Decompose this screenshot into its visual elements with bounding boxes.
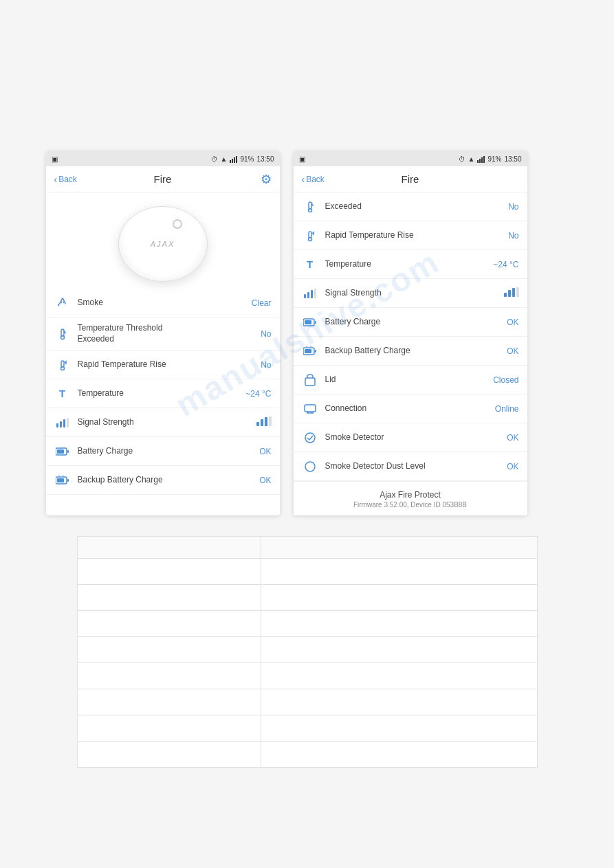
battery-charge-label-r: Battery Charge (318, 317, 492, 328)
nav-bar-left: ‹ Back Fire ⚙ (46, 166, 280, 192)
connection-label: Connection (318, 403, 492, 414)
signal-label-r: Signal Strength (318, 288, 492, 299)
svg-rect-6 (56, 423, 58, 427)
svg-point-5 (61, 366, 64, 370)
table-cell-6-2 (261, 689, 537, 715)
table-row-5 (77, 663, 537, 689)
svg-rect-33 (508, 290, 511, 297)
table-cell-h2 (261, 537, 537, 559)
backup-battery-icon (54, 476, 71, 485)
svg-rect-22 (309, 202, 311, 209)
status-bar-left-icons: ▣ (52, 155, 58, 163)
smoke-label: Smoke (71, 298, 244, 309)
bar4 (236, 156, 237, 163)
table-row-header (77, 537, 537, 559)
exceeded-value: No (492, 202, 519, 212)
dust-level-value: OK (492, 462, 519, 471)
signal-bars-right (477, 155, 485, 163)
table-cell-5-2 (261, 663, 537, 689)
bar4-r (483, 156, 485, 163)
device-brand: AJAX (151, 240, 175, 248)
bar1-r (477, 160, 479, 163)
battery-pct-left: 91% (240, 155, 254, 163)
battery-charge-icon (54, 447, 71, 456)
table-cell-3-2 (261, 611, 537, 637)
table-cell-5-1 (77, 663, 261, 689)
backup-battery-label: Backup Battery Charge (71, 475, 244, 486)
signal-value-r (492, 287, 519, 299)
back-label-left: Back (58, 175, 77, 184)
footer-title: Ajax Fire Protect (294, 490, 527, 500)
status-row-temp-thresh: Temperature ThresholdExceeded No (46, 318, 280, 350)
table-cell-6-1 (77, 689, 261, 715)
lid-value: Closed (492, 375, 519, 385)
svg-rect-38 (305, 320, 311, 324)
svg-point-50 (305, 462, 315, 471)
bar2 (232, 159, 233, 163)
svg-rect-0 (61, 329, 64, 336)
back-label-right: Back (306, 175, 325, 184)
smoke-detector-label: Smoke Detector (318, 432, 492, 443)
rapid-temp-label: Rapid Temperature Rise (71, 359, 244, 370)
status-bar-right: ▣ ⏱ ▲ 91% 13:50 (294, 151, 527, 166)
table-cell-8-2 (261, 742, 537, 768)
sim-icon-right: ▣ (299, 155, 305, 163)
temperature-label-r: Temperature (318, 259, 492, 270)
svg-rect-29 (307, 292, 309, 298)
phones-row: manualshive.com ▣ ⏱ ▲ 91% (39, 151, 575, 515)
svg-point-27 (308, 237, 311, 241)
table-cell-2-1 (77, 585, 261, 611)
wifi-icon-right: ▲ (468, 155, 475, 163)
svg-rect-37 (315, 321, 316, 324)
status-row-backup-battery: Backup Battery Charge OK (46, 466, 280, 495)
rapid-temp-value: No (244, 360, 272, 370)
svg-rect-15 (67, 450, 69, 453)
gear-button[interactable]: ⚙ (261, 172, 272, 187)
back-button-right[interactable]: ‹ Back (302, 174, 325, 185)
status-bar-right-info: ⏱ ▲ 91% 13:50 (211, 155, 274, 163)
signal-bars (230, 155, 237, 163)
exceeded-label: Exceeded (318, 201, 492, 212)
status-row-battery-r: Battery Charge OK (294, 308, 527, 337)
table-row-7 (77, 715, 537, 742)
svg-rect-18 (67, 479, 69, 482)
svg-point-1 (61, 335, 64, 339)
device-image-area: AJAX (46, 192, 280, 289)
backup-battery-value-r: OK (492, 346, 519, 356)
svg-rect-13 (269, 416, 272, 426)
svg-rect-26 (309, 232, 311, 238)
nav-title-left: Fire (154, 173, 172, 185)
table-cell-4-2 (261, 637, 537, 663)
back-button-left[interactable]: ‹ Back (54, 174, 77, 185)
smoke-detector-icon (302, 432, 318, 443)
status-row-rapid-temp-r: Rapid Temperature Rise No (294, 221, 527, 250)
temperature-value: ~24 °C (244, 389, 272, 399)
table-row-2 (77, 585, 537, 611)
rapid-temp-label-r: Rapid Temperature Rise (318, 230, 492, 241)
svg-point-49 (305, 433, 315, 443)
connection-value: Online (492, 404, 519, 414)
status-row-dust-level: Smoke Detector Dust Level OK (294, 452, 527, 481)
temp-threshold-icon (54, 328, 71, 340)
time-left: 13:50 (256, 155, 274, 163)
wifi-icon: ▲ (221, 155, 228, 163)
svg-rect-4 (61, 361, 64, 367)
table-row-1 (77, 559, 537, 585)
battery-charge-value: OK (244, 447, 272, 456)
table-row-6 (77, 689, 537, 715)
nav-title-right: Fire (402, 173, 419, 185)
svg-point-23 (308, 208, 311, 212)
battery-pct-right: 91% (487, 155, 501, 163)
svg-rect-44 (305, 378, 315, 386)
phone-right: ▣ ⏱ ▲ 91% 13:50 ‹ (294, 151, 527, 515)
status-row-temperature: T Temperature ~24 °C (46, 379, 280, 408)
svg-rect-7 (60, 421, 62, 427)
dust-level-icon (302, 461, 318, 472)
status-row-signal: Signal Strength (46, 408, 280, 437)
table-row-4 (77, 637, 537, 663)
status-list-right: Exceeded No Rapid Temperature Rise No T (294, 192, 527, 481)
bar1 (230, 160, 231, 163)
phone-left: ▣ ⏱ ▲ 91% 13:50 ‹ (46, 151, 280, 515)
backup-battery-label-r: Backup Battery Charge (318, 346, 492, 357)
smoke-icon (54, 297, 71, 309)
